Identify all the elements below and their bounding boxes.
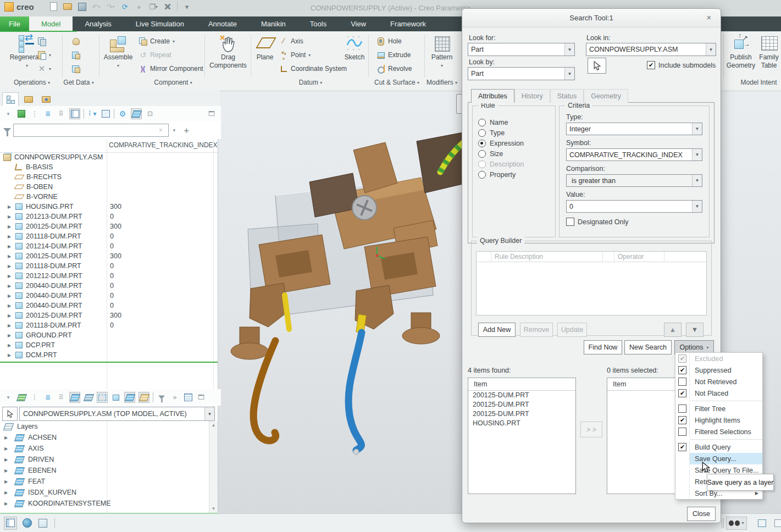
publish-geometry-button[interactable]: ↑ ↗ → Publish Geometry (727, 34, 755, 69)
expand-arrow-icon[interactable]: ▶ (3, 343, 15, 348)
layer-row[interactable]: ▶KOORDINATENSYSTEME (0, 498, 209, 509)
expand-arrow-icon[interactable]: ▶ (4, 490, 15, 495)
find-tool-button[interactable]: ▾ (726, 517, 747, 530)
tree-row[interactable]: B-RECHTS (0, 172, 218, 182)
expand-list-icon[interactable]: ≣ (43, 109, 53, 119)
layer-row[interactable]: ▶ACHSEN (0, 432, 209, 443)
tree-row[interactable]: ▶201118-DUM.PRT0 (0, 231, 218, 241)
layer-expand-icon[interactable]: ≣ (43, 392, 53, 402)
tree-row[interactable]: B-VORNE (0, 192, 218, 202)
point-button[interactable]: ×ₓₓ Point ▾ (279, 49, 311, 60)
found-item[interactable]: 200125-DUM.PRT (468, 400, 575, 409)
expand-arrow-icon[interactable]: ▶ (3, 244, 15, 249)
menu-item-build-query[interactable]: ✔Build Query (675, 441, 762, 453)
toggle-navigator-icon[interactable] (4, 517, 17, 530)
settings-gear-icon[interactable]: ⚙ (118, 109, 128, 119)
model-intent-group-label[interactable]: Model Intent (736, 79, 781, 88)
tree-settings-doc-icon[interactable]: 🗔 (207, 109, 217, 119)
tree-row[interactable]: ▶201214-DUM.PRT0 (0, 241, 218, 251)
select-box-icon[interactable]: ⊡ (145, 109, 155, 119)
assemble-button[interactable]: Assemble ▾ (102, 34, 134, 69)
menu-item-not-placed[interactable]: ✔Not Placed (675, 387, 762, 399)
favorites-tab[interactable]: ✱ (38, 93, 54, 106)
value-combo[interactable]: 0▼ (566, 200, 702, 213)
select-model-button[interactable] (588, 58, 606, 74)
rule-radio-size[interactable]: Size (478, 148, 555, 159)
layer-tan-stack-icon[interactable] (139, 392, 149, 403)
revolve-button[interactable]: Revolve (376, 63, 412, 74)
create-button[interactable]: Create ▾ (139, 36, 175, 47)
menu-item-filter-tree[interactable]: ✔Filter Tree (675, 403, 762, 414)
found-items-list[interactable]: Item 200125-DUM.PRT200125-DUM.PRT200125-… (468, 378, 576, 494)
tree-row[interactable]: CONNPOWERSUPPLY.ASM (0, 152, 218, 162)
tab-analysis[interactable]: Analysis (73, 16, 123, 31)
tree-row[interactable]: ▶200440-DUM.PRT0 (0, 291, 218, 301)
look-by-combo[interactable]: Part▼ (468, 67, 575, 80)
tree-row[interactable]: ▶201118-DUM.PRT0 (0, 320, 218, 330)
modifiers-group-label[interactable]: Modifiers ▾ (422, 79, 462, 88)
tree-row[interactable]: ▶200440-DUM.PRT0 (0, 281, 218, 291)
datum-group-label[interactable]: Datum ▾ (280, 79, 341, 88)
blank-model-icon[interactable] (37, 517, 49, 529)
expand-arrow-icon[interactable]: ▶ (3, 264, 15, 269)
expand-arrow-icon[interactable]: ▶ (3, 313, 15, 318)
dialog-title-bar[interactable]: Search Tool:1 (462, 9, 721, 27)
move-down-button[interactable]: ▼ (686, 323, 704, 337)
layer-filter-off-icon[interactable] (157, 392, 167, 402)
rule-radio-type[interactable]: Type (478, 128, 555, 138)
expand-arrow-icon[interactable]: ▶ (3, 293, 15, 298)
dialog-tab-status[interactable]: Status (550, 89, 584, 103)
tree-row[interactable]: ▶200440-DUM.PRT0 (0, 301, 218, 311)
cut-surface-group-label[interactable]: Cut & Surface ▾ (369, 79, 424, 88)
layer-row[interactable]: ▶DRIVEN (0, 454, 209, 465)
look-for-combo[interactable]: Part▼ (468, 43, 575, 56)
layer-part-icon[interactable] (111, 392, 121, 402)
rule-radio-name[interactable]: Name (478, 117, 555, 128)
expand-arrow-icon[interactable]: ▶ (3, 204, 15, 209)
tree-row[interactable]: ▶201213-DUM.PRT0 (0, 212, 218, 221)
layer-list-doc-icon[interactable] (183, 392, 193, 402)
menu-item-save-query[interactable]: Save Query... (675, 453, 762, 464)
copy-button[interactable] (37, 36, 46, 47)
tree-row[interactable]: B-OBEN (0, 182, 218, 192)
layer-stack-icon[interactable] (124, 392, 135, 403)
symbol-combo[interactable]: COMPARATIVE_TRACKING_INDEX▼ (566, 148, 702, 161)
dialog-tab-geometry[interactable]: Geometry (584, 89, 628, 103)
expand-arrow-icon[interactable]: ▶ (3, 333, 15, 338)
close-button[interactable]: Close (687, 507, 716, 521)
dialog-tab-attributes[interactable]: Attributes (471, 89, 514, 103)
tab-tools[interactable]: Tools (298, 16, 339, 31)
tab-file[interactable]: File (0, 16, 29, 31)
tree-dropdown-icon[interactable]: ▼ (3, 109, 13, 119)
layer-isolate-icon[interactable] (84, 392, 93, 402)
expand-arrow-icon[interactable]: ▶ (4, 501, 15, 506)
look-in-combo[interactable]: CONNPOWERSUPPLY.ASM▼ (586, 43, 716, 56)
family-table-button[interactable]: Family Table (757, 34, 780, 69)
tree-row[interactable]: ▶DCM.PRT (0, 350, 218, 360)
hole-button[interactable]: Hole (376, 36, 402, 47)
find-now-button[interactable]: Find Now (584, 340, 622, 354)
layers-model-combo[interactable]: CONNPOWERSUPPLY.ASM (TOP MODEL, ACTIVE) … (19, 407, 215, 421)
tab-manikin[interactable]: Manikin (249, 16, 298, 31)
paste-button[interactable]: ▾ (37, 49, 51, 60)
rule-radio-property[interactable]: Property (478, 169, 555, 180)
expand-arrow-icon[interactable]: ▶ (3, 284, 15, 289)
drag-components-button[interactable]: Drag Components (208, 34, 248, 69)
expand-arrow-icon[interactable]: ▶ (3, 274, 15, 279)
expand-arrow-icon[interactable]: ▶ (3, 303, 15, 308)
folder-browser-tab[interactable] (21, 93, 36, 106)
tree-row[interactable]: ▶200125-DUM.PRT300 (0, 251, 218, 261)
tree-copy-icon[interactable] (101, 109, 110, 119)
model-select-icon[interactable] (756, 517, 768, 529)
expand-arrow-icon[interactable]: ▶ (3, 323, 15, 328)
toolbar-overflow-icon[interactable]: » (170, 392, 180, 402)
expand-arrow-icon[interactable]: ▶ (4, 468, 15, 473)
pattern-button[interactable]: Pattern ▾ (428, 34, 456, 69)
add-new-button[interactable]: Add New (478, 323, 516, 337)
include-submodels-checkbox[interactable]: ✔ Include submodels (647, 61, 716, 69)
new-search-button[interactable]: New Search (624, 340, 672, 354)
extrude-button[interactable]: Extrude (376, 49, 411, 60)
found-item[interactable]: HOUSING.PRT (468, 419, 575, 428)
coordinate-system-button[interactable]: Coordinate System (279, 63, 347, 74)
layers-scrollbar[interactable]: ▲▼ (209, 421, 218, 513)
